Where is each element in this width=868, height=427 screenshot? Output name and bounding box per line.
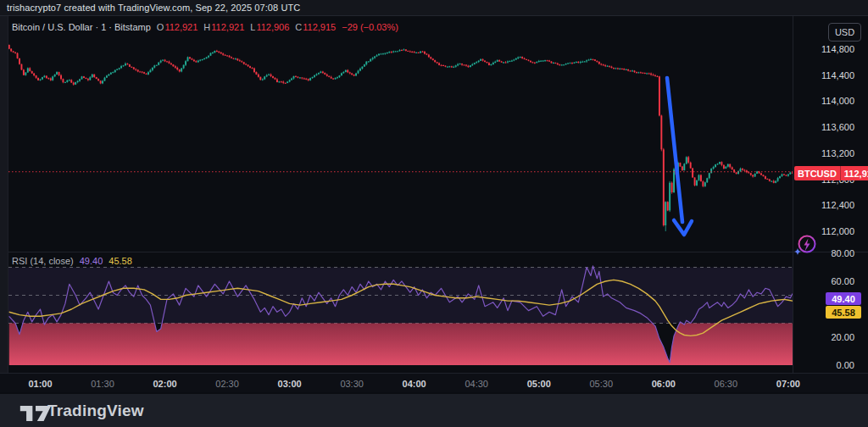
price-tick-label: 114,400 [821,70,854,80]
time-axis[interactable]: 01:0001:3002:0002:3003:0003:3004:0004:30… [0,373,868,392]
currency-button[interactable]: USD [828,23,861,42]
left-toolbar-strip [0,16,8,373]
ohlc-close-value: 112,915 [303,22,336,32]
rsi-tick-label: 20.00 [831,332,854,342]
ohlc-low-label: L [250,22,255,32]
price-tick-label: 113,200 [821,148,854,158]
time-tick-label: 01:00 [28,379,52,389]
price-tick-label: 114,000 [821,96,854,106]
time-tick-label: 03:30 [340,379,364,389]
ohlc-low-value: 112,906 [256,22,289,32]
price-tick-label: 113,600 [821,122,854,132]
ohlc-high-value: 112,921 [211,22,244,32]
ohlc-high-label: H [203,22,210,32]
time-tick-label: 06:30 [715,379,738,389]
price-axis[interactable]: USD 114,800114,400114,000113,600113,2001… [793,16,868,391]
time-tick-label: 05:30 [590,379,614,389]
arrow-annotation[interactable] [667,78,692,235]
rsi-fast-axis-label: 49.40 [826,292,861,305]
footer-bar: TradingView [0,394,868,427]
symbol-legend: Bitcoin / U.S. Dollar · 1 · Bitstamp O11… [12,22,398,32]
current-price-value: 112,915 [844,169,868,179]
boost-flash-icon[interactable] [793,232,819,259]
rsi-slow-value: 45.58 [108,256,132,266]
current-price-label: BTCUSD 112,915 [794,166,868,180]
chart-canvas[interactable] [0,0,868,427]
logo-seven-shape [36,406,51,421]
time-tick-label: 01:30 [91,379,114,389]
attribution-bar: trishacrypto7 created with TradingView.c… [0,0,868,16]
tradingview-snapshot: trishacrypto7 created with TradingView.c… [0,0,868,427]
time-tick-label: 04:00 [403,379,426,389]
ohlc-close-label: C [295,22,302,32]
ohlc-open-label: O [157,22,164,32]
rsi-layer [8,266,794,365]
price-tick-label: 114,800 [821,44,854,54]
current-price-symbol: BTCUSD [798,169,837,179]
rsi-tick-label: 0.00 [837,360,854,370]
tradingview-wordmark[interactable]: TradingView [47,402,144,420]
candles-layer [8,45,795,231]
time-tick-label: 02:00 [153,379,176,389]
tradingview-logo-icon[interactable] [19,403,53,424]
rsi-tick-label: 60.00 [831,276,854,286]
change-value: −29 (−0.03%) [342,22,398,32]
attribution-text: trishacrypto7 created with TradingView.c… [7,3,300,13]
time-tick-label: 05:00 [527,379,551,389]
logo-one-shape [20,406,33,421]
ohlc-open-value: 112,921 [164,22,198,32]
symbol-title: Bitcoin / U.S. Dollar · 1 · Bitstamp [12,22,151,32]
price-tick-label: 112,000 [821,226,854,236]
price-tick-label: 112,400 [821,200,854,210]
rsi-legend: RSI (14, close) 49.40 45.58 [12,256,132,266]
rsi-tick-label: 80.00 [831,248,854,258]
price-label-divider [840,166,841,180]
rsi-legend-title: RSI (14, close) [12,256,74,266]
time-tick-label: 06:00 [652,379,676,389]
rsi-slow-axis-label: 45.58 [826,306,861,319]
time-tick-label: 02:30 [215,379,239,389]
lightning-bolt-icon [804,239,810,252]
time-tick-label: 07:00 [776,379,800,389]
rsi-fast-value: 49.40 [80,256,103,266]
time-tick-label: 04:30 [465,379,488,389]
time-tick-label: 03:00 [278,379,302,389]
